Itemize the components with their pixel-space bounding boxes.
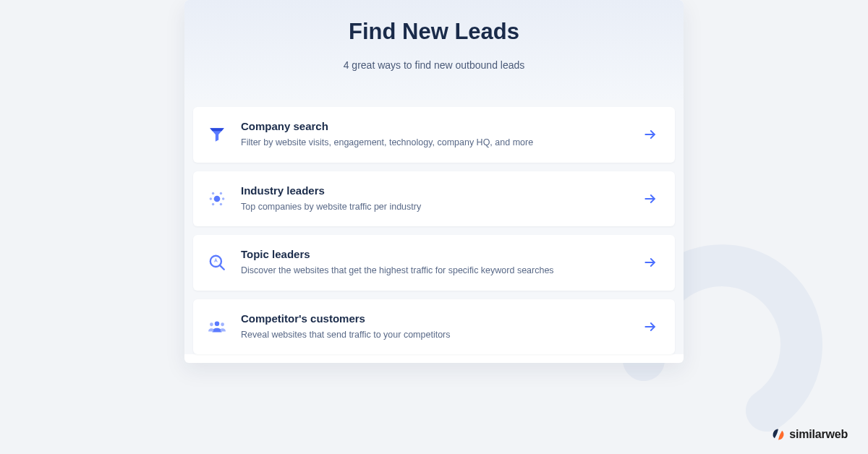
svg-point-4 <box>212 192 214 194</box>
svg-point-14 <box>221 322 224 326</box>
svg-point-6 <box>212 203 214 205</box>
card-body: Topic leaders Discover the websites that… <box>241 248 630 278</box>
similarweb-icon <box>772 428 785 441</box>
brand-name: similarweb <box>789 428 848 441</box>
card-description: Reveal websites that send traffic to you… <box>241 329 630 342</box>
card-list: Company search Filter by website visits,… <box>184 100 684 354</box>
funnel-icon <box>206 124 228 145</box>
page-title: Find New Leads <box>202 19 666 45</box>
people-icon <box>206 316 228 338</box>
card-topic-leaders[interactable]: Topic leaders Discover the websites that… <box>193 235 675 291</box>
magnify-compass-icon <box>206 252 228 273</box>
card-title: Competitor's customers <box>241 312 630 325</box>
svg-point-7 <box>220 203 222 205</box>
card-body: Industry leaders Top companies by websit… <box>241 184 630 214</box>
card-description: Discover the websites that get the highe… <box>241 265 630 278</box>
arrow-right-icon <box>643 320 658 334</box>
page-subtitle: 4 great ways to find new outbound leads <box>202 59 666 71</box>
panel-header: Find New Leads 4 great ways to find new … <box>184 0 684 100</box>
card-company-search[interactable]: Company search Filter by website visits,… <box>193 107 675 163</box>
svg-point-12 <box>215 321 220 326</box>
svg-point-5 <box>220 192 222 194</box>
svg-point-2 <box>210 197 212 200</box>
network-icon <box>206 188 228 210</box>
card-description: Filter by website visits, engagement, te… <box>241 137 630 150</box>
card-title: Industry leaders <box>241 184 630 197</box>
card-body: Competitor's customers Reveal websites t… <box>241 312 630 342</box>
card-description: Top companies by website traffic per ind… <box>241 201 630 214</box>
arrow-right-icon <box>643 127 658 142</box>
card-title: Company search <box>241 120 630 132</box>
svg-point-3 <box>222 197 224 200</box>
card-industry-leaders[interactable]: Industry leaders Top companies by websit… <box>193 171 675 227</box>
svg-point-1 <box>214 195 221 202</box>
leads-panel: Find New Leads 4 great ways to find new … <box>184 0 684 363</box>
svg-line-10 <box>220 266 224 270</box>
arrow-right-icon <box>643 255 658 270</box>
card-title: Topic leaders <box>241 248 630 260</box>
card-competitor-customers[interactable]: Competitor's customers Reveal websites t… <box>193 299 675 355</box>
svg-point-13 <box>210 322 213 326</box>
arrow-right-icon <box>643 192 658 206</box>
card-body: Company search Filter by website visits,… <box>241 120 630 150</box>
brand-logo: similarweb <box>772 428 848 441</box>
